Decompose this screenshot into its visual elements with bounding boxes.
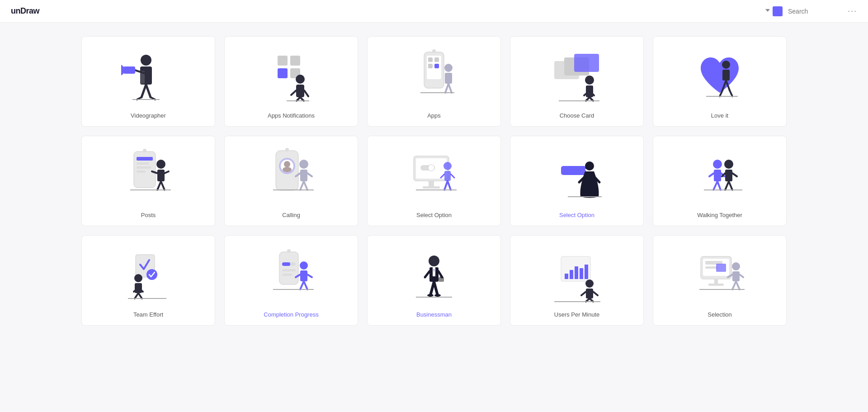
card-select-option-2[interactable]: ▾ Select Option — [510, 136, 644, 226]
search-input[interactable] — [788, 8, 842, 15]
svg-rect-149 — [585, 265, 588, 279]
card-videographer[interactable]: Videographer — [81, 36, 215, 127]
svg-point-0 — [141, 55, 151, 66]
svg-point-142 — [434, 294, 441, 297]
svg-rect-26 — [428, 64, 433, 68]
svg-rect-122 — [282, 269, 296, 271]
svg-rect-145 — [565, 274, 568, 279]
card-label-choose-card: Choose Card — [560, 112, 594, 119]
card-label-users-per-minute: Users Per Minute — [554, 311, 599, 318]
illustration-select-option-1 — [375, 145, 493, 207]
illustration-walking-together — [660, 145, 779, 207]
svg-line-138 — [439, 271, 442, 277]
svg-point-111 — [134, 274, 142, 282]
card-selection[interactable]: Selection — [653, 235, 787, 326]
card-users-per-minute[interactable]: Users Per Minute — [510, 235, 644, 326]
svg-line-152 — [581, 292, 586, 295]
card-calling[interactable]: Calling — [224, 136, 358, 226]
svg-rect-45 — [722, 70, 730, 81]
card-walking-together[interactable]: Walking Together — [653, 136, 787, 226]
app-header: unDraw ··· — [0, 0, 868, 23]
card-label-posts: Posts — [141, 212, 156, 218]
svg-point-102 — [724, 160, 733, 169]
svg-line-105 — [732, 173, 737, 176]
svg-line-128 — [300, 281, 304, 289]
svg-line-129 — [304, 281, 307, 289]
svg-rect-71 — [300, 170, 307, 181]
svg-rect-160 — [705, 266, 718, 269]
card-completion-progress[interactable]: Completion Progress — [224, 235, 358, 326]
illustration-videographer — [89, 46, 208, 108]
illustration-apps-notifications — [232, 46, 350, 108]
svg-rect-121 — [282, 262, 290, 266]
svg-line-101 — [717, 181, 721, 190]
card-love-it[interactable]: Love it — [653, 36, 787, 127]
svg-rect-54 — [137, 162, 149, 165]
card-label-businessman: Businessman — [416, 311, 452, 318]
card-businessman[interactable]: Businessman — [367, 235, 501, 326]
svg-rect-147 — [575, 266, 578, 279]
svg-rect-161 — [716, 264, 726, 272]
svg-point-82 — [428, 165, 434, 171]
svg-line-4 — [146, 85, 151, 97]
svg-line-61 — [157, 181, 161, 190]
svg-line-49 — [730, 90, 732, 96]
svg-line-3 — [142, 85, 146, 97]
svg-point-33 — [432, 49, 436, 53]
more-options-button[interactable]: ··· — [848, 6, 857, 16]
svg-line-60 — [165, 171, 169, 173]
card-label-apps: Apps — [427, 112, 441, 119]
svg-rect-163 — [708, 284, 724, 286]
svg-point-124 — [300, 261, 308, 270]
svg-rect-27 — [434, 64, 439, 68]
card-team-effort[interactable]: Team Effort — [81, 235, 215, 326]
illustration-grid: Videographer — [81, 36, 787, 326]
svg-rect-79 — [429, 181, 434, 186]
svg-line-17 — [291, 90, 296, 95]
svg-marker-7 — [121, 65, 123, 76]
svg-rect-84 — [444, 171, 451, 181]
svg-rect-25 — [434, 57, 439, 62]
color-swatch[interactable] — [773, 6, 783, 16]
svg-point-96 — [713, 160, 722, 169]
svg-line-106 — [725, 181, 729, 190]
svg-rect-6 — [123, 66, 135, 74]
illustration-calling — [232, 145, 350, 207]
svg-line-155 — [590, 298, 593, 302]
svg-rect-58 — [157, 170, 165, 181]
svg-line-116 — [138, 293, 142, 298]
card-label-completion-progress: Completion Progress — [264, 311, 318, 318]
svg-point-131 — [429, 256, 439, 266]
svg-line-88 — [448, 181, 451, 190]
card-select-option-1[interactable]: Select Option — [367, 136, 501, 226]
svg-line-153 — [593, 292, 598, 295]
header-controls: ··· — [765, 6, 857, 16]
svg-rect-55 — [137, 166, 151, 169]
card-choose-card[interactable]: Choose Card — [510, 36, 644, 127]
svg-rect-118 — [279, 252, 298, 284]
illustration-completion-progress — [232, 245, 350, 307]
svg-rect-36 — [574, 54, 599, 72]
color-picker[interactable] — [765, 6, 783, 16]
card-posts[interactable]: Posts — [81, 136, 215, 226]
svg-rect-13 — [278, 68, 288, 78]
svg-rect-103 — [725, 170, 732, 181]
illustration-businessman — [375, 245, 493, 307]
svg-line-107 — [729, 181, 732, 190]
svg-rect-97 — [714, 170, 721, 181]
svg-point-83 — [443, 162, 452, 170]
logo: unDraw — [11, 6, 39, 16]
card-apps[interactable]: Apps — [367, 36, 501, 127]
svg-line-42 — [590, 97, 593, 101]
svg-rect-162 — [714, 279, 718, 284]
svg-rect-80 — [423, 186, 440, 189]
illustration-selection — [660, 245, 779, 307]
svg-point-69 — [283, 167, 292, 172]
svg-line-18 — [304, 90, 308, 96]
svg-point-15 — [296, 75, 305, 84]
card-label-videographer: Videographer — [131, 112, 166, 119]
svg-point-37 — [585, 76, 594, 85]
card-apps-notifications[interactable]: Apps Notifications — [224, 36, 358, 127]
svg-point-141 — [427, 294, 434, 297]
illustration-select-option-2: ▾ — [518, 145, 636, 207]
